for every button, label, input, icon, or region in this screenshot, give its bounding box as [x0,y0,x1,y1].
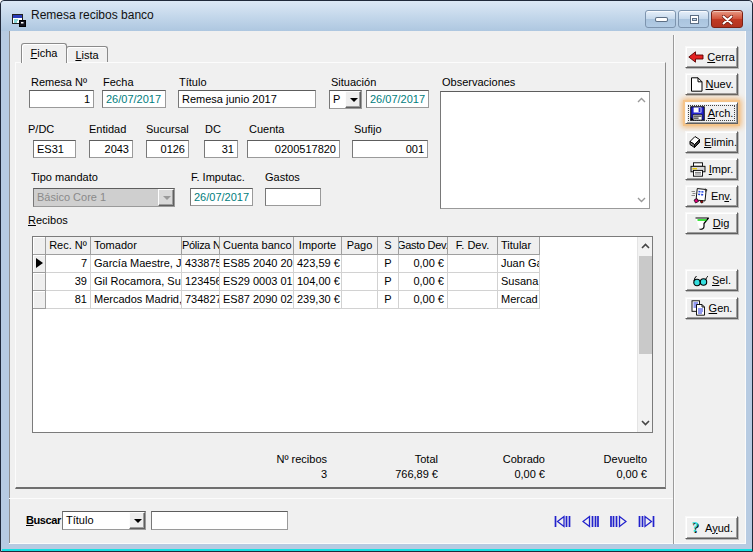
col-header-titular[interactable]: Titular [498,237,540,255]
col-header-poliza[interactable]: Póliza Nº [182,237,220,255]
nuevo-button-label: Nuev. [706,78,734,90]
col-header-importe[interactable]: Importe [294,237,342,255]
situacion-combobox[interactable]: P [329,90,362,109]
seleccionar-button[interactable]: Sel. [685,269,738,291]
observaciones-scrollbar[interactable] [634,92,649,208]
buscar-dropdown-button[interactable] [129,512,145,529]
cuenta-input[interactable] [247,140,340,158]
grid-header-row: Rec. Nº Tomador Póliza Nº Cuenta banco I… [33,237,652,255]
cell-gasto: 0,00 € [399,273,448,291]
cell-titular: Juan Ga [498,255,540,273]
row-indicator-cell [33,273,46,291]
copy-pages-icon [691,300,706,316]
titulo-input[interactable] [178,90,316,108]
svg-text:?: ? [692,520,699,535]
scroll-up-icon[interactable] [641,243,650,249]
entidad-input[interactable] [89,140,133,158]
scroll-up-icon[interactable] [637,97,646,103]
fecha-input[interactable] [102,90,166,108]
imprimir-button[interactable]: Impr. [685,158,738,180]
cell-gasto: 0,00 € [399,255,448,273]
generar-button[interactable]: Gen. [685,297,738,319]
gastos-input[interactable] [265,188,321,206]
devuelto-label: Devuelto [567,453,647,465]
dc-input[interactable] [204,140,238,158]
cell-cuenta: ES85 2040 202 [220,255,294,273]
glasses-icon [692,273,709,287]
app-icon [12,13,26,27]
table-row[interactable]: 81 Mercados Madrid, 734827 ES87 2090 024… [33,291,652,309]
bottom-panel-edge [9,498,674,499]
col-header-f-dev[interactable]: F. Dev. [448,237,498,255]
situacion-date-input[interactable] [366,90,429,108]
cerrar-button-label: Cerra [707,51,735,63]
f-imputac-input[interactable] [190,188,253,206]
sucursal-label: Sucursal [146,123,189,135]
pdc-input[interactable] [33,140,76,158]
grid-corner-cell [33,237,46,255]
recibos-grid[interactable]: Rec. Nº Tomador Póliza Nº Cuenta banco I… [32,236,653,433]
nav-last-button[interactable] [638,515,655,528]
sufijo-input[interactable] [352,140,428,158]
app-window: Remesa recibos banco Ficha Lista Remesa … [0,0,753,552]
scroll-down-icon[interactable] [637,197,646,203]
ayuda-button[interactable]: ? ? Ayud. [685,516,738,539]
cell-tomador: Gil Rocamora, Sus [91,273,182,291]
grid-scrollbar[interactable] [637,237,652,432]
enviar-button[interactable]: Env. [685,185,738,207]
cerrar-button[interactable]: Cerra [685,46,738,68]
eliminar-button[interactable]: Elimin. [685,131,738,153]
col-header-rec[interactable]: Rec. Nº [46,237,91,255]
printer-icon [690,162,706,177]
col-header-pago[interactable]: Pago [342,237,378,255]
remesa-input[interactable] [29,90,94,108]
client-edge-right [745,31,746,544]
cobrado-value: 0,00 € [465,468,545,480]
total-label: Total [358,453,438,465]
nav-next-button[interactable] [610,515,627,528]
funnel-icon [694,216,710,231]
dig-button[interactable]: Dig [685,212,738,234]
tipo-mandato-combobox: Básico Core 1 [33,188,175,207]
cell-fdev [448,291,498,309]
cell-s: P [378,255,399,273]
observaciones-label: Observaciones [442,76,515,88]
close-icon [722,15,733,25]
nav-first-button[interactable] [554,515,571,528]
pdc-label: P/DC [28,123,54,135]
close-button[interactable] [711,10,743,28]
maximize-button[interactable] [678,10,709,28]
table-row[interactable]: 39 Gil Rocamora, Sus 123456 ES29 0003 01… [33,273,652,291]
situacion-value: P [333,92,340,107]
scrollbar-thumb[interactable] [639,256,652,354]
archivar-button[interactable]: Arch. [685,102,738,124]
situacion-dropdown-button[interactable] [345,91,361,108]
maximize-icon-inner [692,18,697,21]
sucursal-input[interactable] [146,140,189,158]
tab-lista[interactable]: Lista [66,46,108,63]
chevron-down-icon [134,519,142,523]
tab-ficha[interactable]: Ficha [21,43,67,63]
observaciones-textarea[interactable] [440,91,650,209]
cell-importe: 423,59 € [294,255,342,273]
f-imputac-label: F. Imputac. [191,171,245,183]
nuevo-button[interactable]: Nuev. [685,73,738,95]
buscar-field-combobox[interactable]: Título [62,511,146,530]
buscar-input[interactable] [151,511,288,530]
col-header-gasto-dev[interactable]: Gasto Dev. [399,237,448,255]
titulo-label: Título [179,76,207,88]
table-row[interactable]: 7 García Maestre, Ju 433875 ES85 2040 20… [33,255,652,273]
titlebar[interactable]: Remesa recibos banco [1,1,752,31]
col-header-tomador[interactable]: Tomador [91,237,182,255]
nav-prev-button[interactable] [582,515,599,528]
minimize-button[interactable] [645,10,676,28]
sufijo-label: Sufijo [354,123,382,135]
tipo-mandato-dropdown-button [158,189,174,206]
scroll-down-icon[interactable] [641,420,650,426]
cell-pago [342,291,378,309]
fecha-label: Fecha [103,76,134,88]
col-header-s[interactable]: S [378,237,399,255]
buscar-label: Buscar [26,514,61,526]
col-header-cuenta-banco[interactable]: Cuenta banco [220,237,294,255]
tipo-mandato-label: Tipo mandato [31,171,98,183]
